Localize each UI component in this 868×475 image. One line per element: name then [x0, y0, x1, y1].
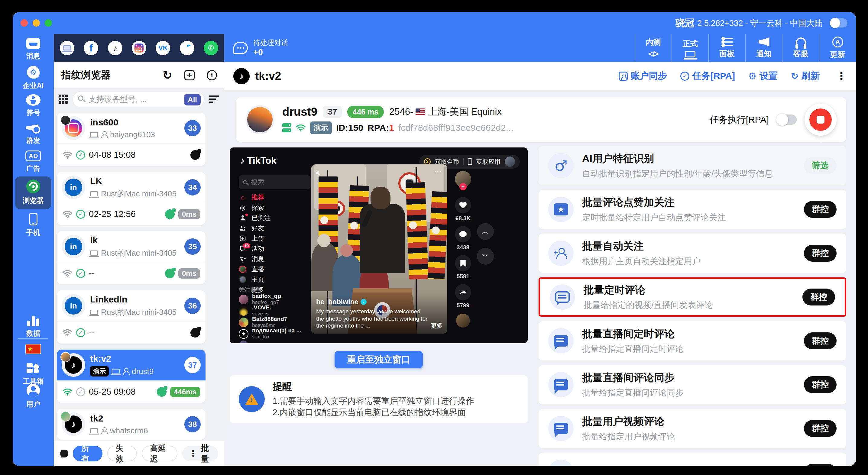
account-row-LinkedIn[interactable]: in LinkedIn Rust的Mac mini-3405 36 ✓ -- — [57, 290, 206, 344]
video-more-icon[interactable]: ⋯ — [434, 167, 442, 176]
share-button[interactable] — [455, 284, 471, 300]
refresh-button[interactable]: ↻刷新 — [791, 70, 819, 82]
group-control-badge[interactable]: 群控 — [804, 420, 837, 437]
info-icon[interactable]: i — [207, 70, 217, 81]
next-video-button[interactable]: ﹀ — [477, 248, 494, 265]
previous-video-button[interactable]: ︿ — [477, 223, 494, 240]
tiktok-nav-activity[interactable]: 19活动 — [239, 244, 311, 253]
tiktok-nav-foryou[interactable]: ⌂推荐 — [239, 193, 311, 202]
proxy-globe-icon[interactable] — [165, 268, 175, 278]
proxy-globe-icon[interactable] — [165, 210, 175, 219]
followed-account[interactable]: подписан(а) на ...vox_lux — [239, 328, 314, 340]
feature-batch-like-follow[interactable]: ★ 批量评论点赞加关注定时批量给特定用户自动点赞评论关注 群控 — [538, 190, 846, 229]
feature-batch-scheduled-like[interactable]: 批量定时点赞 群控 — [538, 453, 846, 466]
facebook-icon[interactable]: f — [84, 41, 98, 55]
group-control-badge[interactable]: 群控 — [804, 201, 837, 218]
sidebar-item-browser[interactable]: 浏览器 — [13, 180, 54, 205]
filter-invalid[interactable]: 失效 — [107, 446, 137, 462]
feature-batch-live-scheduled-comment[interactable]: 批量直播间定时评论批量给指定直播间定时评论 群控 — [538, 321, 846, 360]
group-control-badge[interactable]: 群控 — [802, 289, 835, 306]
feature-batch-live-comment-sync[interactable]: 批量直播间评论同步批量给指定直播间评论同步 群控 — [538, 365, 846, 404]
feature-batch-auto-follow[interactable]: + 批量自动关注根据用户主页自动关注指定用户 群控 — [538, 233, 846, 273]
grid-view-icon[interactable] — [59, 95, 68, 104]
refresh-list-icon[interactable]: ↻ — [163, 69, 172, 82]
browser-platform-icon[interactable] — [60, 41, 74, 55]
chat-bubble-icon[interactable] — [233, 42, 248, 54]
task-rpa-toggle[interactable] — [777, 115, 797, 125]
release-button[interactable]: 正式 — [672, 34, 708, 62]
group-control-badge[interactable]: 群控 — [804, 464, 837, 466]
sidebar-item-enterprise-ai[interactable]: ⚙ 企业AI — [13, 66, 54, 90]
tiktok-search-input[interactable]: 搜索 — [239, 175, 311, 189]
feature-ai-user-recognition[interactable]: ♂ AI用户特征识别自动批量识别指定用户的性别/年龄/头像类型等信息 筛选 — [538, 146, 846, 185]
tiktok-nav-explore[interactable]: ◎探索 — [239, 203, 311, 212]
batch-actions-button[interactable]: ⋮批量 — [182, 446, 218, 462]
theme-toggle[interactable] — [830, 19, 847, 28]
feature-batch-user-video-comment[interactable]: 批量用户视频评论批量给指定用户视频评论 群控 — [538, 409, 846, 448]
add-profile-icon[interactable]: + — [184, 70, 195, 81]
follow-plus-icon[interactable]: + — [459, 183, 467, 190]
whatsapp-icon[interactable]: ✆ — [204, 41, 218, 55]
group-control-badge[interactable]: 群控 — [804, 376, 837, 393]
tiktok-nav-upload[interactable]: 上传 — [239, 234, 311, 243]
bookmark-button[interactable] — [455, 255, 471, 271]
account-row-lk[interactable]: in lk Rust的Mac mini-3405 35 ✓ -- 0ms — [57, 231, 206, 284]
followed-account[interactable]: badfox_qpbadfox_qp7 — [239, 294, 314, 305]
instagram-icon[interactable] — [132, 41, 146, 55]
creator-avatar[interactable]: + — [455, 171, 471, 187]
comment-button[interactable] — [455, 226, 471, 242]
search-scope-badge[interactable]: All — [184, 94, 201, 105]
dashboard-button[interactable]: 面板 — [708, 34, 745, 62]
tiktok-nav-following[interactable]: 已关注 — [239, 213, 311, 222]
sidebar-item-toolbox[interactable]: 工具箱 — [13, 362, 54, 386]
sidebar-item-mass-send[interactable]: 群发 — [13, 122, 54, 145]
group-control-badge[interactable]: 群控 — [804, 245, 837, 262]
account-row-ins600[interactable]: ins600 haiyang6103 33 ✓ 04-08 15:08 — [57, 113, 206, 166]
twitter-icon[interactable] — [180, 41, 194, 55]
sidebar-item-messages[interactable]: 消息 — [13, 38, 54, 61]
video-frame[interactable]: 🔇︎ ⋯ he_bobiwine✓ My message yesterday, … — [311, 164, 447, 334]
filter-badge[interactable]: 筛选 — [804, 157, 837, 174]
zoom-window-button[interactable] — [45, 19, 52, 27]
filter-all[interactable]: 所有 — [73, 446, 102, 462]
sound-avatar[interactable] — [456, 314, 470, 327]
like-button[interactable] — [455, 197, 471, 213]
account-sync-button[interactable]: 账户同步 — [619, 70, 667, 82]
restart-standalone-window-button[interactable]: 重启至独立窗口 — [335, 351, 423, 368]
tag-icon[interactable] — [60, 450, 68, 457]
support-button[interactable]: 客服 — [782, 34, 819, 62]
sidebar-item-data[interactable]: 数据 — [13, 315, 54, 338]
vk-icon[interactable]: VK — [156, 41, 170, 55]
tiktok-nav-messages[interactable]: 消息 — [239, 254, 311, 263]
sidebar-item-ads[interactable]: AD 广告 — [13, 151, 54, 173]
caption-username[interactable]: he_bobiwine — [316, 298, 358, 306]
account-row-tk2[interactable]: ♪ tk2 whatscrm6 38 — [57, 409, 206, 440]
sidebar-item-language-flag[interactable]: ★ — [13, 344, 54, 354]
group-control-badge[interactable]: 群控 — [804, 332, 837, 349]
tiktok-nav-profile[interactable]: 主页 — [239, 275, 311, 284]
sidebar-item-user[interactable]: 用户 — [13, 384, 54, 409]
pending-conversations[interactable]: 待处理对话 +0 — [253, 38, 288, 58]
notifications-button[interactable]: 通知 — [745, 34, 782, 62]
tiktok-icon[interactable]: ♪ — [108, 41, 122, 55]
beta-button[interactable]: 内测</> — [635, 34, 672, 62]
mute-icon[interactable]: 🔇︎ — [316, 168, 321, 177]
settings-button[interactable]: ⚙设置 — [748, 70, 778, 82]
tiktok-user-avatar[interactable] — [505, 157, 515, 167]
account-row-LK[interactable]: in LK Rust的Mac mini-3405 34 ✓ 02-25 12:5… — [57, 172, 206, 225]
proxy-globe-icon[interactable] — [157, 387, 166, 397]
get-app-link[interactable]: 获取应用 — [476, 158, 500, 166]
followed-account[interactable]: Me My Self N I — [239, 340, 314, 343]
followed-account[interactable]: Batz888and7basya8mc — [239, 317, 314, 328]
account-row-tkv2-selected[interactable]: ♪ tk:v2 演示drust9 37 ✓ 05-25 09:08 446ms — [57, 350, 206, 403]
followed-account[interactable]: .VOVE.vove.rs — [239, 305, 314, 317]
caption-more-button[interactable]: 更多 — [431, 322, 442, 329]
filter-high-latency[interactable]: 高延迟 — [142, 446, 178, 462]
proxy-globe-icon[interactable] — [190, 328, 200, 338]
tiktok-nav-friends[interactable]: 好友 — [239, 224, 311, 233]
minimize-window-button[interactable] — [33, 19, 40, 27]
sidebar-item-account-nurture[interactable]: 养号 — [13, 94, 54, 118]
close-window-button[interactable] — [21, 19, 28, 27]
task-rpa-button[interactable]: ✓任务[RPA] — [680, 70, 735, 82]
sidebar-item-phone[interactable]: 手机 — [13, 213, 54, 237]
